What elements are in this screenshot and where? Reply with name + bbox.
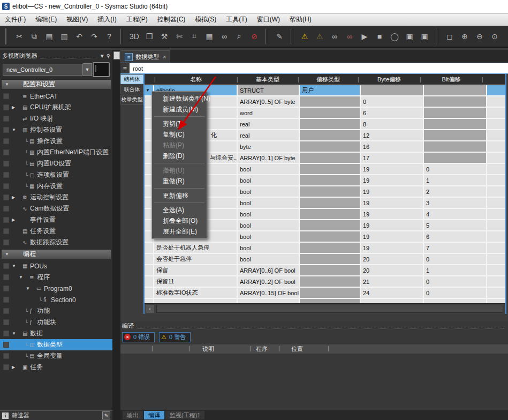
cell-offset-type[interactable]	[300, 220, 360, 230]
context-menu-item[interactable]: 全选(A)	[152, 205, 207, 215]
cell-byte-offset[interactable]: 19	[361, 198, 423, 208]
context-menu-item[interactable]	[154, 116, 204, 117]
stop-icon[interactable]: ■	[373, 29, 386, 43]
table-row[interactable]: 保留 ARRAY[0..6] OF bool 20 1	[145, 265, 505, 275]
task-check-icon[interactable]: ▦	[202, 29, 216, 43]
menu-item[interactable]: 工具(T)	[221, 13, 252, 26]
pin-icon[interactable]: ⚲	[107, 53, 110, 59]
tree-item[interactable]: └ ▢ 选项板设置	[0, 169, 112, 181]
edit-mode-icon[interactable]: ✎	[272, 29, 286, 43]
cell-byte-offset[interactable]: 12	[361, 130, 423, 140]
cell-offset-type[interactable]	[300, 276, 360, 287]
expand-arrow-icon[interactable]: ▼	[5, 82, 11, 87]
tree-item[interactable]: └ ▤ 操作设置	[0, 136, 112, 147]
zoom-100-icon[interactable]: ⊙	[488, 29, 502, 43]
tree-item[interactable]: └ ƒ 功能块	[0, 317, 112, 328]
cell-byte-offset[interactable]	[361, 299, 423, 303]
menu-item[interactable]: 编辑(E)	[31, 13, 62, 26]
cell-base-type[interactable]: bool	[238, 164, 299, 174]
cell-base-type[interactable]: real	[238, 130, 299, 140]
expand-arrow-icon[interactable]: ▶	[12, 195, 18, 200]
cell-offset-type[interactable]	[300, 299, 360, 303]
edit-filter-icon[interactable]: ✎	[102, 411, 110, 419]
undo-icon[interactable]: ↶	[72, 29, 86, 43]
column-bit-offset[interactable]: Bit偏移	[421, 76, 482, 84]
cell-name[interactable]: 标准数字IO状态	[154, 288, 237, 298]
cell-offset-type[interactable]	[300, 254, 360, 264]
cell-base-type[interactable]: bool	[238, 175, 299, 185]
cell-base-type[interactable]: bool	[238, 254, 299, 264]
warning-count-badge[interactable]: ⚠ 0 警告	[159, 332, 191, 342]
tree-item[interactable]: ▼ ▥ 控制器设置	[0, 124, 112, 136]
tree-item[interactable]: ▼ 配置和设置	[1, 79, 111, 89]
redo-icon[interactable]: ↷	[87, 29, 101, 43]
build-icon[interactable]: ⚒	[157, 29, 171, 43]
menu-item[interactable]: 帮助(H)	[285, 13, 316, 26]
transfer-to-controller-icon[interactable]: ▣	[403, 29, 416, 43]
cell-base-type[interactable]	[238, 299, 299, 303]
variable-check-icon[interactable]: ⌗	[187, 29, 201, 43]
cell-byte-offset[interactable]: 20	[361, 265, 423, 275]
context-menu-item[interactable]	[154, 202, 204, 203]
context-menu-item[interactable]: 撤销(U)	[152, 165, 207, 176]
tree-item[interactable]: ∿ 数据跟踪设置	[0, 237, 112, 248]
cell-base-type[interactable]: bool	[238, 186, 299, 197]
device-dropdown-arrow-icon[interactable]: ▼	[83, 63, 92, 76]
cell-bit-offset[interactable]	[424, 96, 486, 107]
tree-item[interactable]: ∿ Cam数据设置	[0, 203, 112, 214]
menu-item[interactable]: 文件(F)	[0, 13, 31, 26]
row-expander[interactable]	[145, 265, 153, 275]
3d-view-icon[interactable]: 3D	[127, 29, 141, 43]
menu-item[interactable]: 窗口(W)	[252, 13, 285, 26]
cell-offset-type[interactable]	[300, 96, 360, 107]
column-byte-offset[interactable]: Byte偏移	[359, 76, 420, 84]
cell-bit-offset[interactable]: 1	[424, 265, 486, 275]
cell-byte-offset[interactable]: 19	[361, 164, 423, 174]
tree-item[interactable]: ▶ ▣ 任务	[0, 362, 112, 373]
cell-base-type[interactable]: ARRAY[0..1] OF byte	[238, 153, 299, 163]
abort-icon[interactable]: ⊘	[247, 29, 261, 43]
context-menu-item[interactable]: 删除(D)	[152, 151, 207, 161]
bottom-tab[interactable]: 编译	[144, 411, 164, 419]
column-name[interactable]: 名称	[155, 76, 237, 84]
scrollbar-track[interactable]	[156, 305, 503, 313]
cell-name[interactable]: 是否处于机器人急停	[154, 243, 237, 253]
cut-icon[interactable]: ✂	[12, 29, 26, 43]
context-menu-item[interactable]	[154, 188, 204, 189]
program-check-icon[interactable]: ✄	[172, 29, 186, 43]
expand-arrow-icon[interactable]: ▼	[12, 264, 18, 268]
cell-byte-offset[interactable]: 0	[361, 96, 423, 107]
build-column-label[interactable]: 程序	[256, 345, 268, 353]
cell-byte-offset[interactable]	[361, 85, 423, 95]
collapse-sidebar-button[interactable]	[113, 51, 120, 59]
watch-icon[interactable]: ∞	[217, 29, 231, 43]
cell-offset-type[interactable]	[300, 153, 360, 163]
table-row[interactable]: 保留11 ARRAY[0..2] OF bool 21 0	[145, 276, 505, 287]
expand-arrow-icon[interactable]: ▶	[12, 365, 18, 370]
cell-offset-type[interactable]: 用户	[300, 85, 360, 95]
cell-base-type[interactable]: bool	[238, 243, 299, 253]
delete-icon[interactable]: ▥	[57, 29, 71, 43]
cell-bit-offset[interactable]: 1	[424, 175, 486, 185]
search-icon[interactable]: ⌕	[232, 29, 246, 43]
cell-base-type[interactable]: bool	[238, 198, 299, 208]
device-selector[interactable]: new_Controller_0	[3, 64, 83, 76]
horizontal-scrollbar[interactable]: ‹	[145, 303, 505, 314]
close-icon[interactable]: ×	[163, 54, 166, 60]
category-tab[interactable]: 枚举类型	[120, 95, 143, 104]
tree-item[interactable]: └ ▧ 内置EtherNet/IP端口设置	[0, 147, 112, 158]
context-menu-item[interactable]: 新建成员(M)	[152, 104, 207, 115]
cell-bit-offset[interactable]	[424, 119, 486, 129]
cell-base-type[interactable]: ARRAY[0..6] OF bool	[238, 265, 299, 275]
compare-icon[interactable]: ?	[102, 29, 116, 43]
cell-byte-offset[interactable]: 19	[361, 243, 423, 253]
cell-bit-offset[interactable]: 2	[424, 186, 486, 197]
cell-byte-offset[interactable]: 24	[361, 288, 423, 298]
context-menu-item[interactable]: 重做(R)	[152, 176, 207, 186]
expand-arrow-icon[interactable]: ▼	[26, 286, 32, 291]
monitor-icon[interactable]: ∞	[328, 29, 342, 43]
cell-byte-offset[interactable]: 19	[361, 186, 423, 197]
expand-arrow-icon[interactable]: ▼	[12, 331, 18, 336]
cell-bit-offset[interactable]: 6	[424, 231, 486, 242]
tree-item[interactable]: ⇄ I/O 映射	[0, 113, 112, 124]
